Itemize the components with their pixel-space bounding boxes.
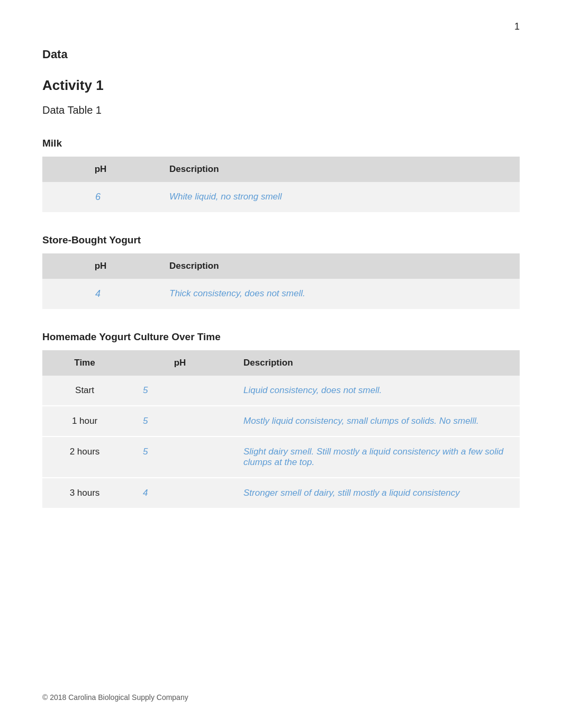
homemade-description-2: Slight dairy smell. Still mostly a liqui…: [233, 436, 520, 478]
homemade-header-row: Time pH Description: [42, 350, 520, 376]
homemade-time-1: 1 hour: [42, 406, 127, 436]
table-row: Start5Liquid consistency, does not smell…: [42, 376, 520, 406]
homemade-table: Time pH Description Start5Liquid consist…: [42, 350, 520, 509]
table-row: 4 Thick consistency, does not smell.: [42, 279, 520, 310]
milk-table-header-row: pH Description: [42, 157, 520, 182]
homemade-description-header: Description: [233, 350, 520, 376]
homemade-ph-1: 5: [127, 406, 233, 436]
activity-heading: Activity 1: [42, 77, 520, 94]
table-row: 1 hour5Mostly liquid consistency, small …: [42, 406, 520, 436]
homemade-ph-3: 4: [127, 478, 233, 508]
homemade-description-0: Liquid consistency, does not smell.: [233, 376, 520, 406]
store-yogurt-description-value: Thick consistency, does not smell.: [159, 279, 520, 310]
store-yogurt-section: Store-Bought Yogurt pH Description 4 Thi…: [42, 234, 520, 310]
homemade-ph-0: 5: [127, 376, 233, 406]
page-number: 1: [514, 21, 520, 32]
store-yogurt-ph-value: 4: [42, 279, 159, 310]
homemade-heading: Homemade Yogurt Culture Over Time: [42, 331, 520, 343]
milk-ph-value: 6: [42, 182, 159, 213]
homemade-ph-2: 5: [127, 436, 233, 478]
store-yogurt-table: pH Description 4 Thick consistency, does…: [42, 253, 520, 310]
milk-section: Milk pH Description 6 White liquid, no s…: [42, 138, 520, 213]
store-yogurt-header-row: pH Description: [42, 253, 520, 279]
homemade-description-3: Stronger smell of dairy, still mostly a …: [233, 478, 520, 508]
homemade-section: Homemade Yogurt Culture Over Time Time p…: [42, 331, 520, 509]
data-table-label: Data Table 1: [42, 104, 520, 116]
homemade-time-header: Time: [42, 350, 127, 376]
table-row: 2 hours5Slight dairy smell. Still mostly…: [42, 436, 520, 478]
milk-table: pH Description 6 White liquid, no strong…: [42, 157, 520, 213]
table-row: 6 White liquid, no strong smell: [42, 182, 520, 213]
milk-heading: Milk: [42, 138, 520, 149]
store-yogurt-description-header: Description: [159, 253, 520, 279]
homemade-time-3: 3 hours: [42, 478, 127, 508]
milk-description-header: Description: [159, 157, 520, 182]
homemade-ph-header: pH: [127, 350, 233, 376]
store-yogurt-ph-header: pH: [42, 253, 159, 279]
homemade-time-2: 2 hours: [42, 436, 127, 478]
milk-description-value: White liquid, no strong smell: [159, 182, 520, 213]
footer: © 2018 Carolina Biological Supply Compan…: [42, 693, 188, 702]
store-yogurt-heading: Store-Bought Yogurt: [42, 234, 520, 246]
milk-ph-header: pH: [42, 157, 159, 182]
homemade-time-0: Start: [42, 376, 127, 406]
section-heading: Data: [42, 48, 520, 61]
homemade-description-1: Mostly liquid consistency, small clumps …: [233, 406, 520, 436]
table-row: 3 hours4Stronger smell of dairy, still m…: [42, 478, 520, 508]
